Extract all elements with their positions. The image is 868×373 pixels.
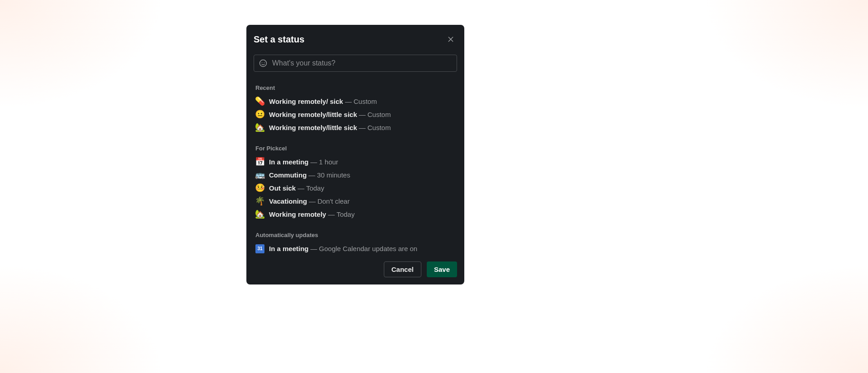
status-label: Vacationing xyxy=(269,196,307,206)
status-label: Working remotely xyxy=(269,210,326,219)
separator: — xyxy=(309,196,316,206)
svg-point-3 xyxy=(262,62,263,63)
workspace-status-item[interactable]: 🏡 Working remotely — Today xyxy=(254,208,457,221)
svg-point-4 xyxy=(264,62,265,63)
status-detail: Custom xyxy=(368,123,391,132)
status-label: Working remotely/little sick xyxy=(269,123,357,132)
status-detail: Custom xyxy=(368,110,391,119)
status-detail: Today xyxy=(306,183,324,193)
recent-status-item[interactable]: 😐 Working remotely/little sick — Custom xyxy=(254,108,457,121)
separator: — xyxy=(359,110,366,119)
status-detail: Google Calendar updates are on xyxy=(319,244,418,253)
smiley-icon xyxy=(259,59,268,68)
recent-status-item[interactable]: 🏡 Working remotely/little sick — Custom xyxy=(254,121,457,134)
google-calendar-icon: 31 xyxy=(255,244,264,253)
house-icon: 🏡 xyxy=(255,210,264,219)
section-heading-recent: Recent xyxy=(254,84,457,91)
separator: — xyxy=(311,244,317,253)
separator: — xyxy=(311,157,317,167)
section-heading-workspace: For Pickcel xyxy=(254,145,457,152)
emoji-picker-button[interactable] xyxy=(259,59,268,68)
modal-footer: Cancel Save xyxy=(254,261,457,277)
workspace-status-item[interactable]: 🌴 Vacationing — Don't clear xyxy=(254,195,457,208)
auto-status-item[interactable]: 31 In a meeting — Google Calendar update… xyxy=(254,242,457,255)
house-icon: 🏡 xyxy=(255,123,264,132)
cancel-button[interactable]: Cancel xyxy=(384,261,421,277)
neutral-face-icon: 😐 xyxy=(255,110,264,119)
status-detail: Today xyxy=(336,210,354,219)
modal-header: Set a status xyxy=(254,33,457,46)
status-label: In a meeting xyxy=(269,244,309,253)
workspace-status-item[interactable]: 📅 In a meeting — 1 hour xyxy=(254,155,457,168)
status-label: In a meeting xyxy=(269,157,309,167)
status-input-container xyxy=(254,55,457,72)
status-label: Out sick xyxy=(269,183,296,193)
status-label: Commuting xyxy=(269,170,307,180)
status-detail: 1 hour xyxy=(319,157,339,167)
separator: — xyxy=(308,170,315,180)
close-icon xyxy=(447,36,454,43)
set-status-modal: Set a status Recent 💊 Working remotely/ … xyxy=(246,25,464,284)
svg-point-2 xyxy=(260,60,267,67)
auto-status-list: 31 In a meeting — Google Calendar update… xyxy=(254,242,457,255)
status-detail: 30 minutes xyxy=(317,170,350,180)
status-label: Working remotely/ sick xyxy=(269,97,343,106)
workspace-status-item[interactable]: 🤒 Out sick — Today xyxy=(254,182,457,195)
status-label: Working remotely/little sick xyxy=(269,110,357,119)
workspace-status-item[interactable]: 🚌 Commuting — 30 minutes xyxy=(254,168,457,182)
close-button[interactable] xyxy=(444,33,457,46)
bus-icon: 🚌 xyxy=(255,171,264,180)
status-detail: Custom xyxy=(354,97,377,106)
separator: — xyxy=(328,210,335,219)
recent-status-item[interactable]: 💊 Working remotely/ sick — Custom xyxy=(254,95,457,108)
recent-status-list: 💊 Working remotely/ sick — Custom 😐 Work… xyxy=(254,95,457,134)
pill-icon: 💊 xyxy=(255,97,264,106)
separator: — xyxy=(297,183,304,193)
workspace-status-list: 📅 In a meeting — 1 hour 🚌 Commuting — 30… xyxy=(254,155,457,221)
status-detail: Don't clear xyxy=(317,196,349,206)
section-heading-auto: Automatically updates xyxy=(254,232,457,238)
modal-title: Set a status xyxy=(254,34,304,45)
separator: — xyxy=(345,97,352,106)
separator: — xyxy=(359,123,366,132)
save-button[interactable]: Save xyxy=(427,261,457,277)
sick-face-icon: 🤒 xyxy=(255,184,264,193)
calendar-icon: 📅 xyxy=(255,158,264,167)
status-input[interactable] xyxy=(272,59,452,67)
palm-tree-icon: 🌴 xyxy=(255,197,264,206)
